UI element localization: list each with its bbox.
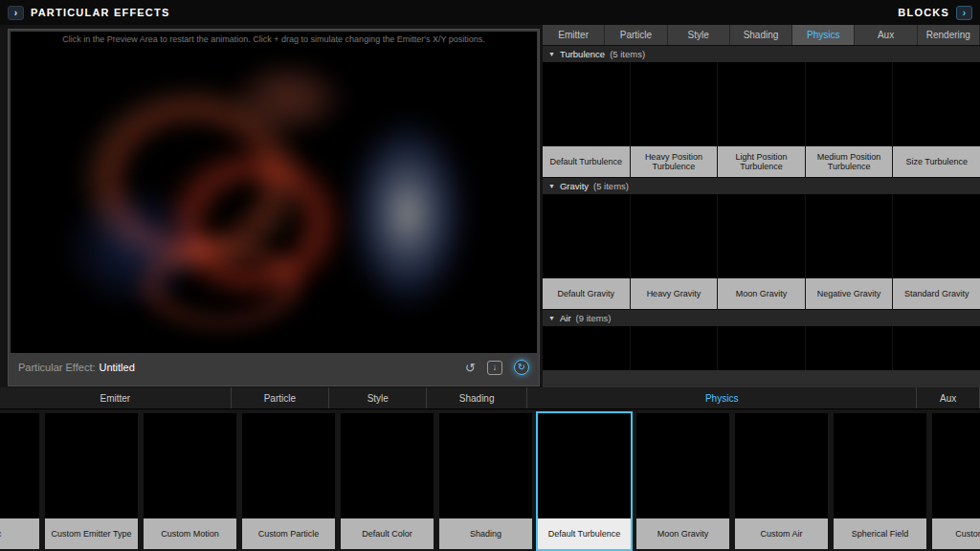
preset-item[interactable]: Shading: [437, 411, 534, 551]
block-thumb-label: Negative Gravity: [806, 278, 893, 309]
blocks-tab[interactable]: Emitter: [543, 25, 605, 45]
preview-footer: Particular Effect: Untitled ↺ ↓ ↻: [11, 353, 537, 382]
section-header-turbulence[interactable]: ▼ Turbulence (5 items): [543, 45, 980, 62]
block-thumb[interactable]: [893, 326, 980, 370]
block-thumb-image: [543, 194, 630, 278]
block-thumb-label: Moon Gravity: [718, 278, 805, 309]
section-title: Gravity: [560, 181, 589, 191]
effect-label: Particular Effect:: [18, 362, 96, 373]
preset-label: Shading: [439, 518, 532, 549]
blocks-tab[interactable]: Shading: [730, 25, 792, 45]
preset-image: [0, 413, 39, 518]
block-thumb[interactable]: [806, 326, 893, 370]
block-thumb-label: Medium Position Turbulence: [806, 146, 893, 177]
preset-label: Custom Air: [735, 518, 828, 549]
preset-item[interactable]: Default Turbulence: [536, 411, 633, 551]
preset-label: Custom Motion: [144, 518, 236, 549]
blocks-title: BLOCKS: [898, 7, 949, 18]
section-count: (5 items): [610, 49, 645, 59]
blocks-tab[interactable]: Style: [668, 25, 730, 45]
block-thumb[interactable]: Medium Position Turbulence: [806, 62, 893, 177]
preset-label: Default Turbulence: [538, 518, 631, 549]
top-bar: › PARTICULAR EFFECTS BLOCKS ›: [0, 0, 980, 25]
block-thumb-label: Default Gravity: [543, 278, 630, 309]
block-thumb-image: [806, 194, 893, 278]
block-thumb[interactable]: Standard Gravity: [893, 194, 980, 309]
preset-item[interactable]: Spherical Field: [832, 411, 928, 551]
block-thumb[interactable]: Default Turbulence: [543, 62, 630, 177]
block-thumb[interactable]: [543, 326, 630, 370]
preset-label: Custom Particle: [242, 518, 335, 549]
block-thumb-label: Heavy Position Turbulence: [631, 146, 718, 177]
particle-wisp: [326, 84, 489, 342]
builder-tab[interactable]: Emitter: [0, 387, 232, 408]
block-thumb[interactable]: Heavy Gravity: [631, 194, 718, 309]
preview-hint: Click in the Preview Area to restart the…: [11, 34, 537, 44]
block-thumb[interactable]: Size Turbulence: [893, 62, 980, 177]
block-thumb-image: [718, 62, 805, 146]
collapse-icon: ▼: [548, 183, 555, 189]
effect-builder-strip: Emitter Particle Style Shading Physics A…: [0, 387, 980, 551]
collapse-icon: ▼: [548, 51, 555, 57]
block-thumb-image: [893, 62, 980, 146]
preview-panel: Click in the Preview Area to restart the…: [8, 29, 540, 386]
preset-image: [439, 413, 532, 518]
section-title: Air: [560, 313, 571, 323]
air-thumb-row: [543, 326, 980, 370]
section-header-gravity[interactable]: ▼ Gravity (5 items): [543, 177, 980, 194]
export-icon[interactable]: ↓: [487, 361, 502, 375]
preset-label: Custom Emitter Type: [45, 518, 138, 549]
section-title: Turbulence: [560, 49, 605, 59]
builder-tab[interactable]: Physics: [527, 387, 918, 408]
block-thumb[interactable]: Negative Gravity: [806, 194, 893, 309]
section-header-air[interactable]: ▼ Air (9 items): [543, 309, 980, 326]
block-thumb-image: [631, 194, 718, 278]
builder-tab-bar: Emitter Particle Style Shading Physics A…: [0, 387, 980, 409]
restart-icon[interactable]: ↺: [465, 362, 476, 374]
panel-toggle-left-icon[interactable]: ›: [8, 6, 24, 20]
app-title: PARTICULAR EFFECTS: [31, 7, 169, 18]
builder-tab[interactable]: Aux: [917, 387, 980, 408]
block-thumb-label: Light Position Turbulence: [718, 146, 805, 177]
preset-image: [45, 413, 138, 518]
effect-name: Untitled: [100, 362, 135, 373]
block-thumb-image: [893, 326, 980, 370]
block-thumb[interactable]: Light Position Turbulence: [718, 62, 805, 177]
blocks-panel: Emitter Particle Style Shading Physics A…: [543, 25, 980, 387]
blocks-tab[interactable]: Physics: [792, 25, 855, 45]
preset-item[interactable]: Custom Air: [733, 411, 830, 551]
preset-label: Default Color: [341, 518, 434, 549]
blocks-tab[interactable]: Rendering: [918, 25, 980, 45]
block-thumb[interactable]: [631, 326, 718, 370]
block-thumb-image: [631, 62, 718, 146]
preset-image: [538, 413, 631, 518]
preset-item[interactable]: Default Color: [339, 411, 435, 551]
collapse-icon: ▼: [548, 315, 555, 321]
preset-item[interactable]: /Sec: [0, 411, 41, 551]
sync-icon[interactable]: ↻: [514, 360, 529, 375]
block-thumb-image: [806, 62, 893, 146]
preview-area[interactable]: Click in the Preview Area to restart the…: [11, 32, 537, 353]
preset-image: [735, 413, 828, 518]
preset-item[interactable]: Moon Gravity: [635, 411, 731, 551]
block-thumb-image: [893, 194, 980, 278]
builder-tab[interactable]: Particle: [232, 387, 329, 408]
preset-label: Spherical Field: [834, 518, 926, 549]
preset-item[interactable]: Custom Particle: [240, 411, 337, 551]
block-thumb-image: [543, 326, 630, 370]
panel-toggle-right-icon[interactable]: ›: [956, 6, 972, 20]
preset-image: [341, 413, 434, 518]
block-thumb[interactable]: [718, 326, 805, 370]
block-thumb-image: [806, 326, 893, 370]
blocks-tab[interactable]: Particle: [605, 25, 667, 45]
preset-item[interactable]: Custom Emitter Type: [43, 411, 140, 551]
blocks-tab[interactable]: Aux: [855, 25, 917, 45]
block-thumb[interactable]: Heavy Position Turbulence: [631, 62, 718, 177]
builder-tab[interactable]: Shading: [427, 387, 526, 408]
block-thumb[interactable]: Moon Gravity: [718, 194, 805, 309]
block-thumb-image: [543, 62, 630, 146]
block-thumb[interactable]: Default Gravity: [543, 194, 630, 309]
preset-item[interactable]: Custom Aux: [930, 411, 980, 551]
builder-tab[interactable]: Style: [329, 387, 427, 408]
preset-item[interactable]: Custom Motion: [142, 411, 238, 551]
